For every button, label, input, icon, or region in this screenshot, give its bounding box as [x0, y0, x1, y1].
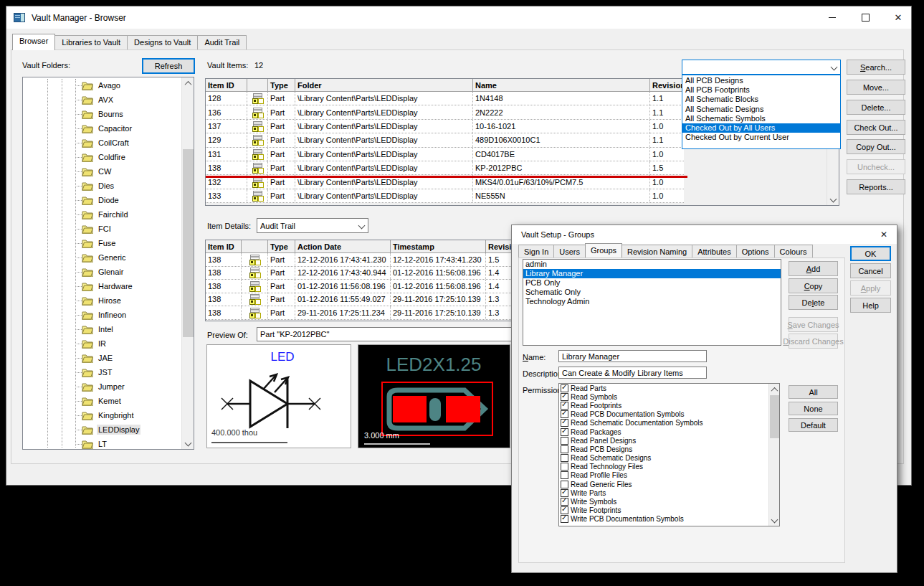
preview-of-field[interactable]: Part "KP-2012PBC": [257, 327, 515, 341]
scroll-up-icon[interactable]: [182, 77, 194, 90]
filter-combobox[interactable]: [682, 60, 841, 75]
col-revision[interactable]: Revision: [486, 240, 515, 252]
dropdown-option[interactable]: Checked Out by All Users: [682, 123, 840, 133]
tree-item[interactable]: Hirose: [23, 293, 182, 308]
permissions-scrollbar[interactable]: [768, 384, 779, 526]
table-row[interactable]: 138 Part 12-12-2016 17:43:41.230 12-12-2…: [206, 253, 515, 267]
permission-item[interactable]: Read Schematic Documentation Symbols: [559, 419, 779, 427]
tree-item[interactable]: FCI: [23, 222, 182, 236]
permission-item[interactable]: Read Packages: [559, 427, 779, 436]
checkbox-icon[interactable]: [561, 515, 568, 523]
group-button[interactable]: Add: [789, 261, 838, 276]
group-list-item[interactable]: Schematic Only: [523, 288, 781, 297]
table-row[interactable]: 138 Part \Library Content\Parts\LEDDispl…: [206, 161, 684, 175]
dialog-close-button[interactable]: ✕: [878, 229, 890, 240]
tree-item[interactable]: Hardware: [23, 279, 182, 293]
action-button[interactable]: Uncheck...: [847, 159, 905, 174]
scroll-down-icon[interactable]: [769, 514, 780, 526]
tree-item[interactable]: LEDDisplay: [23, 422, 182, 437]
dropdown-option[interactable]: All Schematic Symbols: [682, 114, 840, 123]
col-type[interactable]: Type: [268, 240, 295, 252]
tree-item[interactable]: JST: [23, 365, 182, 379]
main-tab[interactable]: Audit Trail: [197, 35, 247, 49]
checkbox-icon[interactable]: [561, 437, 568, 445]
description-field[interactable]: Can Create & Modify Library Items: [558, 367, 707, 379]
table-row[interactable]: 138 Part 01-12-2016 11:56:08.196 01-12-2…: [206, 280, 515, 293]
action-button[interactable]: Delete...: [847, 100, 905, 115]
table-row[interactable]: 133 Part \Library Content\Parts\LEDDispl…: [206, 189, 684, 203]
permission-item[interactable]: Write PCB Documentation Symbols: [559, 515, 779, 524]
scrollbar-thumb[interactable]: [770, 395, 779, 438]
dropdown-option[interactable]: All PCB Designs: [682, 76, 840, 85]
col-icon[interactable]: [242, 240, 268, 252]
table-row[interactable]: 131 Part \Library Content\Parts\LEDDispl…: [206, 148, 684, 161]
permission-item[interactable]: Read PCB Documentation Symbols: [559, 410, 779, 419]
dialog-button[interactable]: OK: [850, 246, 891, 261]
close-button[interactable]: ✕: [891, 11, 905, 25]
scroll-down-icon[interactable]: [827, 193, 839, 205]
permission-item[interactable]: Read Schematic Designs: [559, 454, 779, 463]
checkbox-icon[interactable]: [561, 445, 568, 453]
group-button[interactable]: Copy: [789, 278, 838, 293]
scroll-down-icon[interactable]: [182, 437, 194, 449]
scroll-up-icon[interactable]: [769, 384, 780, 396]
group-list-item[interactable]: PCB Only: [523, 278, 781, 288]
tree-item[interactable]: Fuse: [23, 236, 182, 250]
group-list-item[interactable]: admin: [523, 260, 781, 269]
dialog-tab[interactable]: Revision Naming: [621, 245, 692, 257]
dialog-tab[interactable]: Users: [553, 245, 586, 257]
permission-item[interactable]: Read Footprints: [559, 401, 779, 410]
dropdown-option[interactable]: All Schematic Designs: [682, 105, 840, 114]
dropdown-option[interactable]: All Schematic Blocks: [682, 95, 840, 104]
dropdown-option[interactable]: All PCB Footprints: [682, 85, 840, 95]
dialog-tab[interactable]: Groups: [585, 243, 622, 257]
permission-button[interactable]: All: [789, 385, 838, 399]
dialog-tab[interactable]: Options: [736, 245, 775, 257]
minimize-button[interactable]: [825, 11, 839, 25]
maximize-button[interactable]: [858, 11, 872, 25]
permission-item[interactable]: Read Technology Files: [559, 463, 779, 471]
permission-item[interactable]: Read Generic Files: [559, 480, 779, 488]
col-timestamp[interactable]: Timestamp: [391, 240, 486, 252]
scrollbar-thumb[interactable]: [183, 149, 194, 337]
tree-item[interactable]: Glenair: [23, 265, 182, 279]
group-button[interactable]: Discard Changes: [789, 334, 838, 349]
table-row[interactable]: 138 Part 12-12-2016 17:43:40.944 01-12-2…: [206, 267, 515, 280]
dialog-button[interactable]: Apply: [850, 280, 891, 296]
action-button[interactable]: Search...: [847, 60, 905, 75]
permission-item[interactable]: Read Panel Designs: [559, 436, 779, 445]
checkbox-icon[interactable]: [561, 463, 568, 471]
action-button[interactable]: Copy Out...: [847, 139, 905, 154]
permission-item[interactable]: Write Symbols: [559, 497, 779, 506]
table-row[interactable]: 137 Part \Library Content\Parts\LEDDispl…: [206, 120, 684, 133]
main-tab[interactable]: Browser: [12, 34, 55, 50]
permission-item[interactable]: Read Profile Files: [559, 471, 779, 480]
tree-item[interactable]: Generic: [23, 250, 182, 265]
col-revision[interactable]: Revision: [650, 79, 684, 91]
group-list-item[interactable]: Library Manager: [523, 269, 781, 278]
main-tab[interactable]: Designs to Vault: [127, 35, 198, 49]
tree-item[interactable]: AVX: [23, 93, 182, 107]
dialog-tab[interactable]: Attributes: [692, 245, 736, 257]
tree-item[interactable]: CW: [23, 164, 182, 179]
checkbox-icon[interactable]: [561, 471, 568, 479]
dialog-tab[interactable]: Sign In: [518, 245, 554, 257]
permission-item[interactable]: Read PCB Designs: [559, 445, 779, 453]
tree-item[interactable]: Jumper: [23, 379, 182, 394]
permission-item[interactable]: Write Footprints: [559, 506, 779, 515]
tree-item[interactable]: Kingbright: [23, 408, 182, 422]
checkbox-icon[interactable]: [561, 454, 568, 462]
tree-item[interactable]: Coldfire: [23, 150, 182, 164]
main-tab[interactable]: Libraries to Vault: [54, 35, 128, 49]
dialog-button[interactable]: Help: [850, 298, 891, 313]
group-button[interactable]: Save Changes: [789, 317, 838, 332]
tree-scrollbar[interactable]: [181, 77, 194, 449]
permission-button[interactable]: None: [789, 402, 838, 415]
table-row[interactable]: 129 Part \Library Content\Parts\LEDDispl…: [206, 133, 684, 147]
col-item-id[interactable]: Item ID: [206, 79, 247, 91]
tree-item[interactable]: Diode: [23, 193, 182, 207]
dialog-button[interactable]: Cancel: [850, 263, 891, 278]
col-item-id[interactable]: Item ID: [206, 240, 242, 252]
col-action-date[interactable]: Action Date: [295, 240, 391, 252]
name-field[interactable]: Library Manager: [558, 350, 707, 362]
